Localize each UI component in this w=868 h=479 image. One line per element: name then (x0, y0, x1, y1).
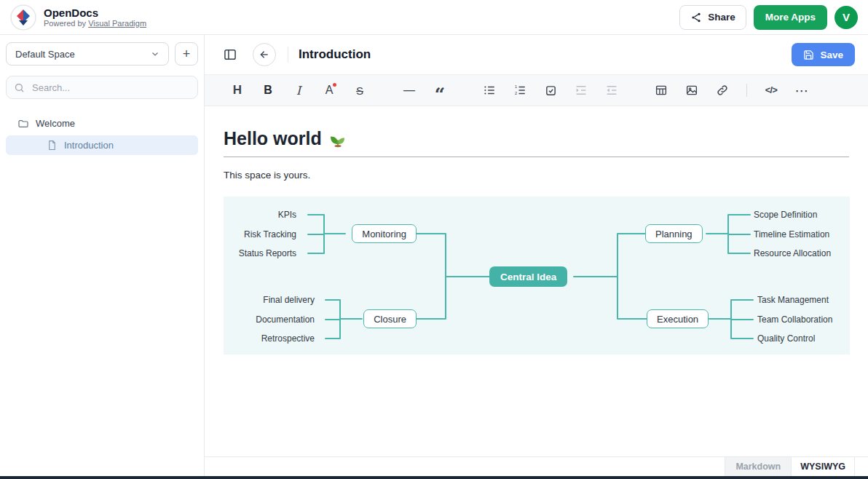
save-button[interactable]: Save (792, 43, 855, 66)
app-logo-icon (10, 4, 36, 31)
strikethrough-button[interactable]: S (347, 79, 372, 101)
page-heading-text: Hello world (224, 128, 322, 149)
tree-folder-label: Welcome (36, 118, 75, 129)
task-list-button[interactable] (538, 79, 563, 101)
editor-statusbar: Markdown WYSIWYG (205, 456, 868, 476)
space-selector[interactable]: Default Space (6, 42, 169, 66)
ordered-list-icon: 1 2 (513, 84, 526, 97)
tree-item-label: Introduction (64, 140, 114, 151)
sidebar-toggle-button[interactable] (218, 42, 242, 67)
mindmap-leaf-documentation[interactable]: Documentation (256, 314, 315, 325)
mindmap-leaf-quality-control[interactable]: Quality Control (757, 333, 815, 344)
sidebar: Default Space + (0, 35, 205, 476)
image-icon (685, 84, 698, 97)
document-title: Introduction (299, 47, 371, 62)
font-color-dot-icon (333, 83, 336, 87)
page-heading: Hello world (224, 128, 849, 149)
document-tree: Welcome Introduction (6, 114, 198, 155)
document-header: Introduction Save (205, 35, 868, 74)
italic-button[interactable]: I (286, 79, 311, 101)
tree-folder-welcome[interactable]: Welcome (6, 114, 198, 133)
space-row: Default Space + (6, 42, 198, 66)
main-panel: Introduction Save H B I (205, 35, 868, 476)
bold-button[interactable]: B (256, 79, 280, 101)
search-icon (14, 82, 25, 93)
indent-right-icon (575, 84, 588, 97)
svg-text:2: 2 (515, 91, 517, 95)
ordered-list-button[interactable]: 1 2 (508, 79, 532, 101)
mindmap-node-monitoring[interactable]: Monitoring (352, 224, 417, 243)
font-color-glyph: A (326, 84, 334, 97)
window-bottom-edge (0, 476, 868, 479)
mindmap-node-closure[interactable]: Closure (363, 309, 417, 328)
add-space-button[interactable]: + (175, 42, 198, 66)
save-label: Save (820, 50, 843, 60)
powered-by-prefix: Powered by (44, 19, 86, 28)
mindmap-leaf-risk-tracking[interactable]: Risk Tracking (244, 229, 296, 240)
brand: OpenDocs Powered by Visual Paradigm (10, 4, 146, 31)
app-body: Default Space + (0, 35, 868, 476)
mindmap-node-planning[interactable]: Planning (645, 224, 703, 243)
mindmap-leaf-scope-definition[interactable]: Scope Definition (754, 209, 817, 221)
table-icon (655, 84, 668, 97)
visual-paradigm-link[interactable]: Visual Paradigm (88, 19, 146, 28)
link-icon (716, 84, 729, 97)
search-box (6, 76, 198, 99)
svg-text:1: 1 (515, 84, 517, 89)
image-button[interactable] (679, 79, 704, 101)
indent-left-icon (605, 84, 618, 97)
horizontal-rule-button[interactable]: — (397, 79, 422, 101)
code-button[interactable]: </> (759, 79, 784, 101)
indent-button[interactable] (569, 79, 593, 101)
space-selector-value: Default Space (15, 49, 75, 60)
save-icon (803, 50, 814, 60)
mindmap-leaf-final-delivery[interactable]: Final delivery (263, 294, 315, 306)
editor-content[interactable]: Hello world This space is yours. (205, 106, 868, 456)
outdent-button[interactable] (599, 79, 624, 101)
document-icon (47, 140, 58, 151)
link-button[interactable] (710, 79, 735, 101)
search-input[interactable] (31, 82, 190, 94)
share-icon (690, 12, 702, 23)
folder-icon (17, 118, 29, 130)
tree-item-introduction[interactable]: Introduction (6, 135, 198, 155)
heading-button[interactable]: H (225, 79, 250, 101)
table-button[interactable] (649, 79, 674, 101)
chevron-down-icon (151, 50, 159, 58)
header-divider (288, 47, 288, 63)
mindmap[interactable]: Central Idea Monitoring Closure Planning… (224, 197, 850, 355)
editor-toolbar: H B I A S — “ (205, 74, 868, 106)
mindmap-leaf-retrospective[interactable]: Retrospective (261, 333, 315, 344)
user-avatar[interactable]: V (835, 6, 858, 29)
bullet-list-button[interactable] (477, 79, 502, 101)
mindmap-leaf-timeline-estimation[interactable]: Timeline Estimation (754, 229, 829, 240)
font-color-button[interactable]: A (317, 79, 342, 101)
back-button[interactable] (253, 43, 276, 66)
bullet-list-icon (483, 84, 496, 97)
top-actions: Share More Apps V (679, 5, 858, 30)
mindmap-leaf-status-reports[interactable]: Status Reports (239, 248, 296, 259)
mindmap-leaf-task-management[interactable]: Task Management (757, 294, 829, 306)
tab-markdown[interactable]: Markdown (725, 457, 791, 476)
share-button[interactable]: Share (679, 5, 746, 30)
share-label: Share (708, 12, 735, 23)
mindmap-leaf-resource-allocation[interactable]: Resource Allocation (754, 248, 831, 259)
tab-wysiwyg[interactable]: WYSIWYG (791, 457, 855, 476)
app-window: OpenDocs Powered by Visual Paradigm (0, 0, 868, 479)
intro-paragraph: This space is yours. (224, 170, 849, 181)
mindmap-node-execution[interactable]: Execution (647, 309, 709, 328)
more-tools-button[interactable]: ⋯ (789, 79, 814, 101)
mindmap-leaf-kpis[interactable]: KPIs (278, 209, 296, 221)
powered-by: Powered by Visual Paradigm (44, 19, 146, 28)
more-apps-button[interactable]: More Apps (754, 5, 827, 30)
app-title: OpenDocs (44, 7, 146, 19)
mindmap-central-node[interactable]: Central Idea (489, 266, 567, 287)
seedling-emoji-icon (329, 130, 347, 148)
blockquote-button[interactable]: “ (427, 79, 452, 101)
checkbox-icon (545, 84, 557, 97)
mindmap-leaf-team-collaboration[interactable]: Team Collaboration (757, 314, 832, 325)
brand-text: OpenDocs Powered by Visual Paradigm (44, 7, 146, 28)
arrow-left-icon (259, 49, 270, 60)
top-bar: OpenDocs Powered by Visual Paradigm (0, 0, 868, 35)
toolbar-divider (746, 84, 747, 97)
